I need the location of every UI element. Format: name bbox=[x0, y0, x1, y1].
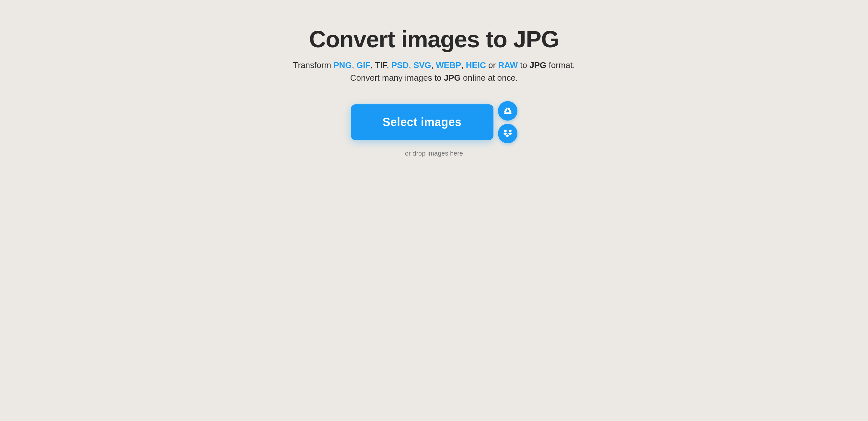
format-psd: PSD bbox=[392, 60, 409, 70]
subtitle2-jpg: JPG bbox=[444, 73, 461, 83]
sep5: , bbox=[431, 60, 436, 70]
google-drive-icon bbox=[503, 106, 513, 116]
main-container: Convert images to JPG Transform PNG, GIF… bbox=[288, 26, 580, 157]
format-webp: WEBP bbox=[436, 60, 461, 70]
subtitle-transform-prefix: Transform bbox=[293, 60, 334, 70]
drop-text: or drop images here bbox=[405, 150, 463, 157]
or-text: or bbox=[488, 60, 498, 70]
google-drive-button[interactable] bbox=[498, 101, 518, 121]
subtitle-line2: Convert many images to JPG online at onc… bbox=[350, 73, 518, 83]
format-jpg: JPG bbox=[529, 60, 546, 70]
sep3: , bbox=[387, 60, 392, 70]
page-title: Convert images to JPG bbox=[309, 26, 559, 53]
format-end: format. bbox=[549, 60, 575, 70]
select-images-button[interactable]: Select images bbox=[351, 104, 493, 140]
dropbox-icon bbox=[503, 129, 513, 139]
format-tif-label: TIF bbox=[375, 60, 386, 70]
format-raw: RAW bbox=[498, 60, 518, 70]
format-heic: HEIC bbox=[466, 60, 486, 70]
format-png: PNG bbox=[333, 60, 351, 70]
format-svg: SVG bbox=[413, 60, 431, 70]
sep1: , bbox=[352, 60, 356, 70]
format-gif: GIF bbox=[356, 60, 370, 70]
subtitle2-suffix: online at once. bbox=[463, 73, 518, 83]
to-text: to bbox=[520, 60, 529, 70]
button-row: Select images bbox=[351, 101, 518, 143]
subtitle-line1: Transform PNG, GIF, TIF, PSD, SVG, WEBP,… bbox=[293, 60, 575, 70]
sep4: , bbox=[409, 60, 413, 70]
cloud-buttons bbox=[498, 101, 518, 143]
sep2: , bbox=[370, 60, 375, 70]
subtitle2-prefix: Convert many images to bbox=[350, 73, 444, 83]
upload-area: Select images or drop images here bbox=[288, 101, 580, 157]
dropbox-button[interactable] bbox=[498, 124, 518, 143]
sep6: , bbox=[461, 60, 466, 70]
